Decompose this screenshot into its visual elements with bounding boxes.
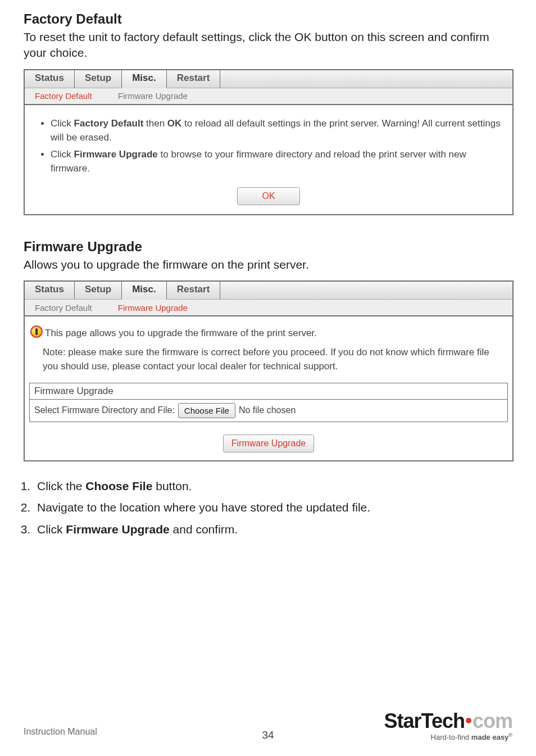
tab-setup[interactable]: Setup — [75, 70, 122, 88]
sub-tabbar-2: Factory Default Firmware Upgrade — [24, 300, 514, 316]
text: This page allows you to upgrade the firm… — [45, 328, 317, 338]
brand-dot-icon — [466, 718, 471, 723]
fw-box-title: Firmware Upgrade — [30, 383, 507, 400]
tab-status-2[interactable]: Status — [25, 282, 75, 300]
text-bold: Choose File — [85, 479, 152, 492]
tab-restart-2[interactable]: Restart — [167, 282, 221, 300]
screenshot-firmware-upgrade: Status Setup Misc. Restart Factory Defau… — [24, 280, 514, 461]
tab-restart[interactable]: Restart — [167, 70, 221, 88]
tagline-part-a: Hard-to-find — [431, 733, 471, 741]
fw-select-label: Select Firmware Directory and File: — [34, 405, 175, 415]
sub-tabbar: Factory Default Firmware Upgrade — [24, 88, 514, 105]
no-file-chosen-text: No file chosen — [239, 405, 296, 415]
fw-intro-line: This page allows you to upgrade the firm… — [29, 325, 508, 341]
step-2: Navigate to the location where you have … — [34, 499, 512, 517]
text: and confirm. — [170, 523, 238, 536]
main-tabbar: Status Setup Misc. Restart — [24, 69, 514, 88]
text: Click — [51, 118, 74, 129]
text: button. — [152, 479, 192, 492]
note-label: Note: — [43, 347, 66, 357]
brand-logo: StarTechcom — [384, 711, 512, 731]
panel-firmware-upgrade: This page allows you to upgrade the firm… — [24, 316, 514, 461]
fw-upgrade-box: Firmware Upgrade Select Firmware Directo… — [29, 383, 508, 422]
subtab-factory-default[interactable]: Factory Default — [25, 89, 108, 102]
ok-button[interactable]: OK — [237, 187, 300, 205]
tagline-part-b: made easy — [471, 733, 509, 741]
step-1: Click the Choose File button. — [34, 477, 512, 496]
tab-misc[interactable]: Misc. — [122, 70, 167, 88]
footer-instruction-manual: Instruction Manual — [24, 727, 97, 737]
subtab-factory-default-2[interactable]: Factory Default — [25, 301, 108, 314]
section-intro-factory-default: To reset the unit to factory default set… — [24, 29, 512, 61]
brand-name-right: com — [473, 709, 512, 732]
text: Click the — [37, 479, 85, 492]
text: Click — [37, 523, 66, 536]
tab-misc-2[interactable]: Misc. — [122, 282, 167, 300]
main-tabbar-2: Status Setup Misc. Restart — [24, 280, 514, 300]
tab-status[interactable]: Status — [25, 70, 75, 88]
text: Click — [51, 149, 74, 160]
tabbar-spacer — [220, 70, 512, 88]
bullet-factory-default: Click Factory Default then OK to reload … — [51, 116, 501, 145]
footer-page-number: 34 — [262, 729, 274, 741]
step-3: Click Firmware Upgrade and confirm. — [34, 520, 512, 539]
subtab-firmware-upgrade[interactable]: Firmware Upgrade — [108, 89, 203, 102]
info-icon — [30, 325, 43, 338]
text-bold: Factory Default — [74, 118, 144, 129]
text-bold: Firmware Upgrade — [74, 149, 158, 160]
tab-setup-2[interactable]: Setup — [75, 282, 122, 300]
panel-factory-default: Click Factory Default then OK to reload … — [24, 105, 514, 215]
bullet-firmware-upgrade: Click Firmware Upgrade to browse to your… — [51, 147, 501, 176]
tabbar-spacer-2 — [220, 282, 512, 300]
text: then — [143, 118, 167, 129]
steps-list: Click the Choose File button. Navigate t… — [24, 477, 512, 539]
fw-select-row: Select Firmware Directory and File: Choo… — [30, 400, 507, 422]
brand-tagline: Hard-to-find made easy® — [384, 732, 512, 741]
choose-file-button[interactable]: Choose File — [178, 403, 235, 418]
fw-note: Note: please make sure the firmware is c… — [29, 341, 508, 381]
section-intro-firmware-upgrade: Allows you to upgrade the firmware on th… — [24, 257, 512, 273]
page-footer: Instruction Manual 34 StarTechcom Hard-t… — [24, 696, 512, 741]
text-bold: Firmware Upgrade — [66, 523, 169, 536]
section-heading-factory-default: Factory Default — [24, 11, 512, 27]
footer-logo: StarTechcom Hard-to-find made easy® — [384, 711, 512, 741]
note-text: please make sure the firmware is correct… — [43, 347, 489, 372]
firmware-upgrade-button[interactable]: Firmware Upgrade — [223, 434, 314, 452]
subtab-firmware-upgrade-2[interactable]: Firmware Upgrade — [108, 301, 203, 314]
brand-name-left: StarTech — [384, 709, 465, 732]
screenshot-factory-default: Status Setup Misc. Restart Factory Defau… — [24, 69, 514, 215]
registered-mark: ® — [508, 732, 512, 738]
section-heading-firmware-upgrade: Firmware Upgrade — [24, 239, 512, 255]
text-bold: OK — [167, 118, 182, 129]
